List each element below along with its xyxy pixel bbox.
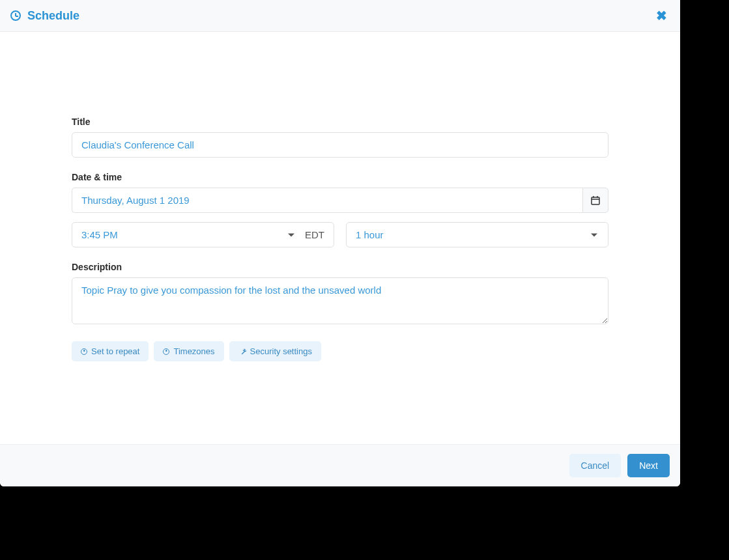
calendar-icon [590,195,601,206]
timezones-label: Timezones [173,346,214,356]
datetime-label: Date & time [72,172,608,182]
date-row [72,188,608,213]
title-label: Title [72,117,608,127]
calendar-picker-button[interactable] [582,188,608,213]
close-icon: ✖ [656,8,667,23]
cancel-button[interactable]: Cancel [569,454,622,477]
svg-rect-0 [592,197,599,204]
schedule-modal: Schedule ✖ Title Date & time [0,0,680,486]
clock-icon [81,348,87,355]
security-label: Security settings [250,346,312,356]
clock-icon [10,10,21,21]
description-textarea[interactable]: Topic Pray to give you compassion for th… [72,277,608,324]
time-row: 3:45 PM EDT 1 hour [72,222,608,247]
description-group: Description Topic Pray to give you compa… [72,262,608,327]
modal-title-wrap: Schedule [10,9,79,23]
next-button[interactable]: Next [627,454,670,477]
close-button[interactable]: ✖ [653,8,670,23]
security-settings-button[interactable]: Security settings [229,341,321,361]
datetime-group: Date & time 3:45 PM EDT [72,172,608,247]
title-input[interactable] [72,132,608,158]
action-chips: Set to repeat Timezones Security setting… [72,341,608,361]
date-input[interactable] [72,188,582,213]
duration-select-wrap[interactable]: 1 hour [346,222,608,247]
set-to-repeat-button[interactable]: Set to repeat [72,341,149,361]
modal-title: Schedule [27,9,79,23]
title-group: Title [72,117,608,158]
time-select: 3:45 PM [72,223,296,247]
modal-header: Schedule ✖ [0,0,680,32]
timezone-label: EDT [296,229,334,240]
modal-footer: Cancel Next [0,444,680,486]
duration-select: 1 hour [347,223,608,247]
wrench-icon [238,348,246,356]
description-label: Description [72,262,608,272]
timezones-button[interactable]: Timezones [154,341,223,361]
clock-icon [163,348,169,355]
time-select-wrap[interactable]: 3:45 PM EDT [72,222,334,247]
repeat-label: Set to repeat [91,346,139,356]
modal-body: Title Date & time [0,32,680,444]
